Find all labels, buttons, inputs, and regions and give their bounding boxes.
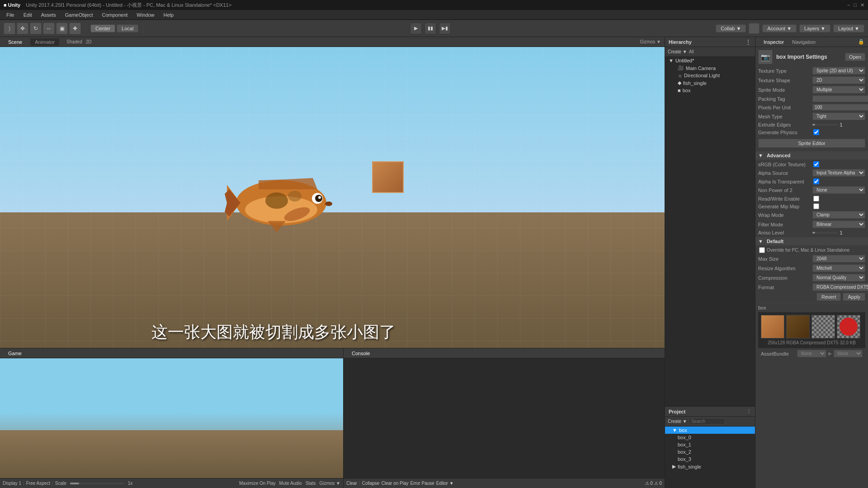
- menu-assets[interactable]: Assets: [37, 11, 61, 19]
- menu-edit[interactable]: Edit: [19, 11, 37, 19]
- generate-mip-checkbox[interactable]: [813, 203, 819, 209]
- clear-on-play[interactable]: Clear on Play: [381, 481, 408, 486]
- transform-tool[interactable]: ✚: [69, 23, 81, 34]
- hierarchy-item-maincamera[interactable]: 🎥 Main Camera: [665, 64, 755, 72]
- generate-physics-checkbox[interactable]: [813, 129, 819, 135]
- game-gizmos[interactable]: Gizmos ▼: [319, 481, 340, 486]
- game-tab[interactable]: Game: [4, 350, 26, 357]
- aspect-select[interactable]: Free Aspect: [26, 481, 50, 486]
- clear-button[interactable]: Clear: [346, 481, 357, 486]
- step-button[interactable]: ▶▮: [439, 23, 451, 34]
- project-item-box3[interactable]: box_3: [665, 455, 755, 463]
- inspector-tab-label[interactable]: Inspector: [759, 38, 788, 46]
- project-item-box1[interactable]: box_1: [665, 441, 755, 448]
- menu-component[interactable]: Component: [97, 11, 132, 19]
- menu-file[interactable]: File: [2, 11, 19, 19]
- display-select[interactable]: Display 1: [3, 481, 21, 486]
- play-button[interactable]: ▶: [410, 23, 422, 34]
- layout-button[interactable]: Layout ▼: [833, 24, 864, 33]
- hierarchy-tab[interactable]: Hierarchy: [669, 39, 692, 45]
- mute-toggle[interactable]: Mute Audio: [279, 481, 302, 486]
- shading-dropdown[interactable]: Shaded: [66, 39, 82, 44]
- project-tab[interactable]: Project: [669, 409, 685, 414]
- sprite-thumb-1[interactable]: [761, 315, 784, 338]
- hierarchy-close[interactable]: ⋮: [745, 38, 751, 46]
- asset-bundle-select1[interactable]: None: [797, 350, 826, 357]
- layers-button[interactable]: Layers ▼: [799, 24, 830, 33]
- default-section[interactable]: ▼ Default: [755, 237, 868, 245]
- hierarchy-all[interactable]: All: [689, 49, 694, 54]
- move-tool[interactable]: ✥: [17, 23, 28, 34]
- packing-tag-input[interactable]: [812, 95, 868, 102]
- collab-button[interactable]: Collab ▼: [716, 24, 746, 33]
- revert-button[interactable]: Revert: [816, 293, 841, 301]
- scale-tool[interactable]: ↔: [43, 23, 55, 34]
- console-tab[interactable]: Console: [347, 350, 374, 357]
- account-button[interactable]: Account ▼: [762, 24, 797, 33]
- sprite-editor-button[interactable]: Sprite Editor: [758, 139, 865, 148]
- pause-button[interactable]: ▮▮: [425, 23, 436, 34]
- scale-slider[interactable]: [70, 483, 124, 484]
- menu-help[interactable]: Help: [159, 11, 178, 19]
- hand-tool[interactable]: 〉: [4, 23, 15, 34]
- aniso-slider[interactable]: [812, 232, 838, 234]
- non-power-select[interactable]: None: [812, 186, 865, 194]
- editor-select[interactable]: Editor ▼: [436, 481, 454, 486]
- asset-bundle-select2[interactable]: None: [834, 350, 863, 357]
- project-item-fish[interactable]: ▶ fish_single: [665, 463, 755, 470]
- scene-fish-object[interactable]: [222, 167, 349, 240]
- lock-icon[interactable]: 🔒: [858, 39, 864, 45]
- open-button[interactable]: Open: [845, 53, 865, 61]
- max-size-select[interactable]: 2048: [812, 255, 865, 263]
- advanced-section[interactable]: ▼ Advanced: [755, 151, 868, 160]
- local-button[interactable]: Local: [117, 24, 138, 33]
- alpha-source-select[interactable]: Input Texture Alpha: [812, 169, 865, 177]
- animator-tab[interactable]: Animator: [30, 38, 59, 46]
- project-item-box2[interactable]: box_2: [665, 448, 755, 455]
- rect-tool[interactable]: ▣: [56, 23, 68, 34]
- sprite-thumb-2[interactable]: [786, 315, 810, 338]
- navigation-tab[interactable]: Navigation: [792, 39, 816, 45]
- stats-toggle[interactable]: Stats: [306, 481, 316, 486]
- alpha-transparent-checkbox[interactable]: [813, 178, 819, 184]
- override-checkbox[interactable]: [759, 247, 765, 253]
- dim-button[interactable]: 2D: [86, 39, 92, 44]
- resize-select[interactable]: Mitchell: [812, 264, 865, 272]
- sprite-mode-select[interactable]: Multiple: [812, 86, 865, 94]
- filter-mode-select[interactable]: Bilinear: [812, 221, 865, 228]
- texture-shape-select[interactable]: 2D: [812, 76, 865, 84]
- hierarchy-item-light[interactable]: ☼ Directional Light: [665, 72, 755, 79]
- hierarchy-item-box[interactable]: ■ box: [665, 87, 755, 94]
- menu-window[interactable]: Window: [132, 11, 159, 19]
- texture-type-select[interactable]: Sprite (2D and UI): [812, 67, 865, 75]
- wrap-mode-select[interactable]: Clamp: [812, 211, 865, 219]
- compression-select[interactable]: Normal Quality: [812, 274, 865, 282]
- project-close[interactable]: ⋮: [746, 408, 751, 414]
- error-pause[interactable]: Error Pause: [410, 481, 434, 486]
- sprite-thumb-4[interactable]: [837, 315, 860, 338]
- mesh-type-select[interactable]: Tight: [812, 113, 865, 120]
- scene-tab[interactable]: Scene: [4, 38, 27, 46]
- extrude-slider[interactable]: [812, 124, 838, 126]
- ppu-input[interactable]: [812, 104, 868, 111]
- project-item-box0[interactable]: box_0: [665, 434, 755, 441]
- project-search[interactable]: [689, 418, 725, 425]
- gizmos-button[interactable]: Gizmos ▼: [640, 39, 661, 44]
- srgb-checkbox[interactable]: [813, 161, 819, 167]
- menu-gameobject[interactable]: GameObject: [61, 11, 98, 19]
- read-write-checkbox[interactable]: [813, 196, 819, 202]
- scene-canvas[interactable]: [0, 47, 665, 348]
- collapse-button[interactable]: Collapse: [362, 481, 380, 486]
- center-button[interactable]: Center: [90, 24, 115, 33]
- hierarchy-item-fish[interactable]: ◆ fish_single: [665, 79, 755, 87]
- rotate-tool[interactable]: ↻: [30, 23, 42, 34]
- sprite-thumb-3[interactable]: [811, 315, 835, 338]
- format-select[interactable]: RGBA Compressed DXT5: [812, 283, 868, 291]
- project-create[interactable]: Create ▼: [668, 419, 687, 424]
- scene-box-object[interactable]: [372, 161, 404, 193]
- apply-button[interactable]: Apply: [843, 293, 865, 301]
- maximize-toggle[interactable]: Maximize On Play: [239, 481, 276, 486]
- cloud-icon[interactable]: [749, 23, 760, 34]
- hierarchy-item-untitled[interactable]: ▼ Untitled*: [665, 57, 755, 64]
- project-item-box[interactable]: ▼ box: [665, 427, 755, 434]
